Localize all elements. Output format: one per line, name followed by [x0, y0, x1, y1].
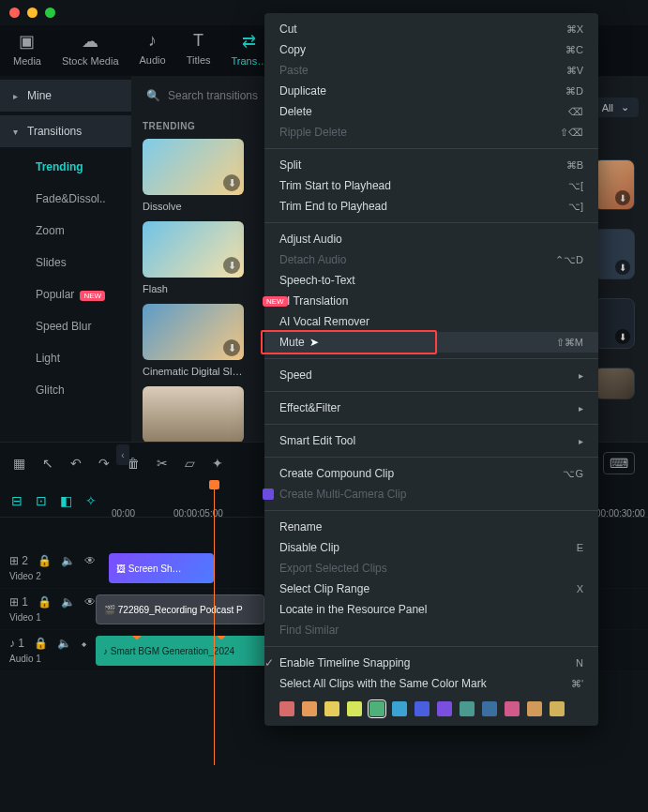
- sidebar-item-popular[interactable]: PopularNEW: [0, 278, 131, 310]
- download-icon[interactable]: ⬇: [223, 257, 240, 274]
- menu-paste: Paste⌘V: [264, 60, 598, 81]
- preview-thumb[interactable]: ⬇: [594, 159, 635, 210]
- color-swatch[interactable]: [414, 701, 429, 716]
- minimize-window-icon[interactable]: [27, 8, 38, 18]
- layout-icon[interactable]: ▦: [13, 456, 25, 471]
- filter-all-dropdown[interactable]: All ⌄: [593, 98, 639, 117]
- color-swatch[interactable]: [392, 701, 407, 716]
- magnet-icon[interactable]: ⊟: [11, 493, 23, 508]
- color-swatch[interactable]: [302, 701, 317, 716]
- menu-select-range[interactable]: Select Clip RangeX: [264, 579, 598, 599]
- marker-icon[interactable]: ◧: [60, 493, 72, 508]
- color-swatch[interactable]: [550, 701, 565, 716]
- menu-smart-edit[interactable]: Smart Edit Tool▸: [264, 430, 598, 451]
- download-icon[interactable]: ⬇: [615, 260, 630, 275]
- auto-icon[interactable]: ✧: [85, 493, 97, 508]
- menu-cut[interactable]: Cut⌘X: [264, 19, 598, 39]
- menu-trim-end[interactable]: Trim End to Playhead⌥]: [264, 196, 598, 217]
- mute-icon[interactable]: 🔈: [61, 554, 75, 567]
- menu-compound-clip[interactable]: Create Compound Clip⌥G: [264, 463, 598, 484]
- collapse-sidebar-button[interactable]: ‹: [116, 444, 129, 465]
- preview-thumb[interactable]: ⬇: [594, 229, 635, 279]
- clip-screen[interactable]: 🖼 Screen Sh…: [109, 553, 214, 583]
- sidebar-item-fade[interactable]: Fade&Dissol..: [0, 183, 131, 215]
- pointer-icon[interactable]: ↖: [42, 456, 53, 471]
- menu-ai-vocal-remover[interactable]: AI Vocal Remover: [264, 311, 598, 332]
- solo-icon[interactable]: ⬥: [81, 637, 87, 650]
- tab-titles[interactable]: TTitles: [187, 31, 211, 67]
- tab-label: Media: [13, 55, 41, 67]
- menu-copy[interactable]: Copy⌘C: [264, 39, 598, 60]
- menu-separator: [264, 457, 598, 458]
- menu-trim-start[interactable]: Trim Start to Playhead⌥[: [264, 175, 598, 196]
- tab-audio[interactable]: ♪Audio: [140, 31, 166, 67]
- sidebar-section-mine[interactable]: ▸Mine: [0, 80, 131, 112]
- menu-duplicate[interactable]: Duplicate⌘D: [264, 81, 598, 101]
- menu-speech-to-text[interactable]: Speech-to-Text: [264, 270, 598, 291]
- sidebar-item-zoom[interactable]: Zoom: [0, 215, 131, 247]
- sidebar-item-speed-blur[interactable]: Speed Blur: [0, 310, 131, 342]
- menu-locate-resource[interactable]: Locate in the Resource Panel: [264, 599, 598, 620]
- transition-card[interactable]: [143, 386, 244, 442]
- cut-icon[interactable]: ✂: [157, 456, 168, 471]
- transition-card[interactable]: ⬇ Cinematic Digital Slid…: [143, 304, 244, 377]
- menu-effect-filter[interactable]: Effect&Filter▸: [264, 398, 598, 418]
- sidebar-item-glitch[interactable]: Glitch: [0, 374, 131, 406]
- sidebar-item-light[interactable]: Light: [0, 342, 131, 374]
- effects-icon[interactable]: ✦: [212, 456, 223, 471]
- color-swatch[interactable]: [279, 701, 294, 716]
- playhead[interactable]: [214, 484, 215, 765]
- download-icon[interactable]: ⬇: [223, 174, 240, 191]
- tab-media[interactable]: ▣Media: [13, 31, 41, 67]
- tab-transitions[interactable]: ⇄Trans…: [232, 31, 268, 67]
- menu-adjust-audio[interactable]: Adjust Audio: [264, 229, 598, 249]
- color-swatch[interactable]: [527, 701, 542, 716]
- menu-select-by-color[interactable]: Select All Clips with the Same Color Mar…: [264, 673, 598, 694]
- color-swatch[interactable]: [324, 701, 339, 716]
- color-swatch[interactable]: [347, 701, 362, 716]
- lock-icon[interactable]: 🔒: [38, 595, 52, 609]
- visibility-icon[interactable]: 👁: [84, 595, 96, 609]
- menu-speed[interactable]: Speed▸: [264, 365, 598, 385]
- lock-icon[interactable]: 🔒: [38, 554, 52, 567]
- undo-icon[interactable]: ↶: [70, 456, 82, 471]
- preview-thumb[interactable]: [594, 368, 635, 399]
- clip-podcast[interactable]: 🎬 722869_Recording Podcast P: [96, 594, 264, 624]
- download-icon[interactable]: ⬇: [615, 190, 630, 205]
- color-swatch[interactable]: [505, 701, 520, 716]
- redo-icon[interactable]: ↷: [98, 456, 110, 471]
- menu-ai-translation[interactable]: NEWAI Translation: [264, 291, 598, 311]
- maximize-window-icon[interactable]: [45, 8, 55, 18]
- sidebar-section-transitions[interactable]: ▾Transitions: [0, 115, 131, 147]
- download-icon[interactable]: ⬇: [223, 339, 240, 356]
- keyboard-icon[interactable]: ⌨: [603, 452, 635, 474]
- menu-rename[interactable]: Rename: [264, 517, 598, 537]
- transition-card[interactable]: ⬇ Flash: [143, 221, 244, 294]
- mute-icon[interactable]: 🔈: [57, 637, 71, 650]
- mute-icon[interactable]: 🔈: [61, 595, 75, 609]
- keyframe-icon[interactable]: [131, 636, 142, 640]
- keyframe-icon[interactable]: [216, 636, 226, 640]
- tab-stock-media[interactable]: ☁Stock Media: [62, 31, 119, 67]
- link-icon[interactable]: ⊡: [36, 493, 47, 508]
- folder-icon: ▣: [19, 31, 35, 52]
- color-swatch[interactable]: [369, 701, 384, 716]
- preview-thumb[interactable]: ⬇: [594, 298, 635, 349]
- sidebar-item-trending[interactable]: Trending: [0, 151, 131, 183]
- menu-snapping[interactable]: ✓Enable Timeline SnappingN: [264, 653, 598, 673]
- sidebar-item-slides[interactable]: Slides: [0, 247, 131, 278]
- color-swatch[interactable]: [460, 701, 475, 716]
- menu-delete[interactable]: Delete⌫: [264, 101, 598, 122]
- color-swatch[interactable]: [437, 701, 452, 716]
- clip-icon: 🎬: [104, 605, 115, 615]
- color-swatch[interactable]: [482, 701, 497, 716]
- menu-split[interactable]: Split⌘B: [264, 155, 598, 175]
- lock-icon[interactable]: 🔒: [34, 637, 48, 650]
- transition-card[interactable]: ⬇ Dissolve: [143, 139, 244, 212]
- menu-mute[interactable]: Mute ➤ ⇧⌘M: [264, 332, 598, 353]
- menu-disable-clip[interactable]: Disable ClipE: [264, 537, 598, 558]
- visibility-icon[interactable]: 👁: [84, 554, 96, 567]
- download-icon[interactable]: ⬇: [615, 329, 630, 344]
- close-window-icon[interactable]: [9, 8, 20, 18]
- crop-icon[interactable]: ▱: [185, 456, 195, 471]
